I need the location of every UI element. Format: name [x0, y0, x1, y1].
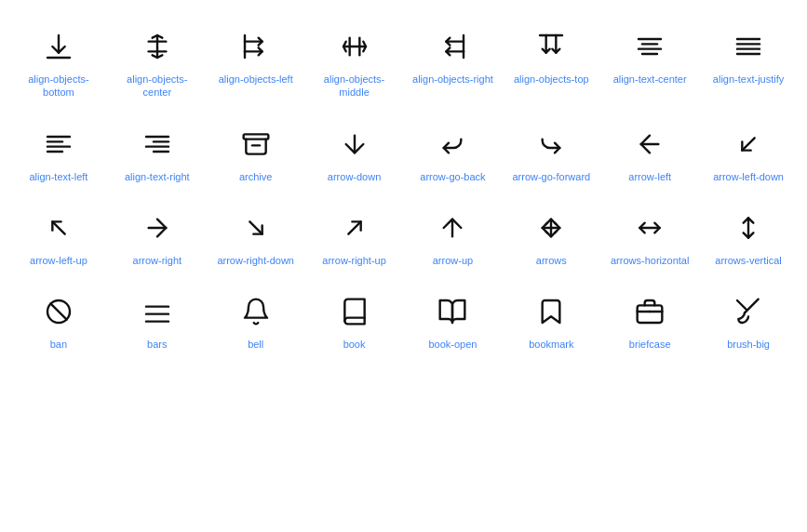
- book-open-icon: [437, 293, 467, 330]
- icon-cell-arrows-vertical[interactable]: arrows-vertical: [699, 200, 798, 274]
- bell-icon: [241, 293, 271, 330]
- svg-line-37: [742, 138, 754, 150]
- icon-cell-arrow-down[interactable]: arrow-down: [305, 116, 404, 191]
- arrow-right-down-icon: [241, 209, 271, 246]
- arrow-left-icon: [635, 126, 665, 163]
- arrow-right-icon: [142, 209, 172, 246]
- icon-cell-align-objects-right[interactable]: align-objects-right: [404, 19, 503, 107]
- icon-label-arrow-down: arrow-down: [328, 170, 381, 183]
- icon-label-book-open: book-open: [428, 338, 477, 351]
- icon-label-arrows-horizontal: arrows-horizontal: [611, 254, 689, 267]
- icon-label-align-text-justify: align-text-justify: [713, 73, 784, 86]
- icon-cell-align-text-center[interactable]: align-text-center: [600, 19, 699, 107]
- arrow-up-icon: [437, 209, 467, 246]
- arrows-icon: [536, 209, 566, 246]
- icon-label-align-text-center: align-text-center: [613, 73, 687, 86]
- icon-cell-arrows[interactable]: arrows: [502, 200, 600, 274]
- svg-line-38: [52, 221, 64, 233]
- icon-cell-book[interactable]: book: [305, 284, 404, 358]
- icon-label-align-objects-center: align-objects-center: [113, 73, 202, 100]
- icon-cell-arrow-left[interactable]: arrow-left: [600, 116, 699, 191]
- icon-label-arrow-right-up: arrow-right-up: [322, 254, 385, 267]
- icon-cell-align-objects-left[interactable]: align-objects-left: [207, 19, 305, 107]
- icon-label-arrow-go-forward: arrow-go-forward: [512, 170, 590, 183]
- align-text-center-icon: [635, 28, 665, 65]
- icon-label-align-objects-right: align-objects-right: [412, 73, 493, 86]
- align-objects-bottom-icon: [44, 28, 74, 65]
- icon-cell-arrows-horizontal[interactable]: arrows-horizontal: [600, 200, 699, 274]
- icon-label-align-objects-middle: align-objects-middle: [310, 73, 399, 100]
- icon-cell-arrow-go-forward[interactable]: arrow-go-forward: [502, 116, 600, 191]
- icon-label-align-text-right: align-text-right: [125, 170, 190, 183]
- icon-cell-arrow-up[interactable]: arrow-up: [404, 200, 503, 274]
- svg-line-41: [348, 221, 360, 233]
- icon-label-book: book: [343, 338, 366, 351]
- icon-cell-briefcase[interactable]: briefcase: [600, 284, 699, 358]
- arrows-vertical-icon: [733, 209, 763, 246]
- arrow-go-forward-icon: [536, 126, 566, 163]
- arrow-left-down-icon: [733, 126, 763, 163]
- icon-label-align-text-left: align-text-left: [29, 170, 87, 183]
- book-icon: [340, 293, 370, 330]
- icon-label-align-objects-bottom: align-objects-bottom: [14, 73, 103, 100]
- ban-icon: [44, 293, 74, 330]
- align-objects-top-icon: [536, 28, 566, 65]
- icon-cell-arrow-left-down[interactable]: arrow-left-down: [699, 116, 798, 191]
- archive-icon: [241, 126, 271, 163]
- align-objects-left-icon: [241, 28, 271, 65]
- icon-cell-book-open[interactable]: book-open: [404, 284, 503, 358]
- icon-cell-arrow-right-up[interactable]: arrow-right-up: [305, 200, 404, 274]
- svg-rect-52: [638, 306, 663, 324]
- arrow-go-back-icon: [437, 126, 467, 163]
- icon-cell-align-text-justify[interactable]: align-text-justify: [699, 19, 798, 107]
- arrows-horizontal-icon: [635, 209, 665, 246]
- bars-icon: [142, 293, 172, 330]
- svg-rect-33: [243, 134, 268, 139]
- icon-label-arrow-up: arrow-up: [433, 254, 473, 267]
- icon-cell-bell[interactable]: bell: [207, 284, 305, 358]
- icon-cell-bookmark[interactable]: bookmark: [502, 284, 600, 358]
- icon-label-brush-big: brush-big: [727, 338, 770, 351]
- icon-cell-archive[interactable]: archive: [207, 116, 305, 191]
- icon-label-bell: bell: [248, 338, 263, 351]
- align-objects-right-icon: [437, 28, 467, 65]
- icon-label-briefcase: briefcase: [629, 338, 671, 351]
- icon-cell-arrow-left-up[interactable]: arrow-left-up: [9, 200, 108, 274]
- icon-label-arrow-left: arrow-left: [628, 170, 671, 183]
- svg-line-48: [50, 304, 66, 320]
- icon-label-arrow-left-up: arrow-left-up: [30, 254, 87, 267]
- icon-grid: align-objects-bottom align-objects-cente…: [9, 19, 798, 358]
- icon-cell-align-text-right[interactable]: align-text-right: [108, 116, 207, 191]
- icon-cell-brush-big[interactable]: brush-big: [699, 284, 798, 358]
- arrow-left-up-icon: [44, 209, 74, 246]
- bookmark-icon: [536, 293, 566, 330]
- icon-label-arrow-right: arrow-right: [133, 254, 182, 267]
- icon-label-ban: ban: [50, 338, 67, 351]
- icon-label-align-objects-top: align-objects-top: [514, 73, 589, 86]
- icon-label-bars: bars: [147, 338, 167, 351]
- icon-cell-arrow-go-back[interactable]: arrow-go-back: [404, 116, 503, 191]
- align-text-left-icon: [44, 126, 74, 163]
- icon-label-arrow-go-back: arrow-go-back: [420, 170, 485, 183]
- icon-cell-align-objects-center[interactable]: align-objects-center: [108, 19, 207, 107]
- icon-cell-ban[interactable]: ban: [9, 284, 108, 358]
- icon-cell-align-text-left[interactable]: align-text-left: [9, 116, 108, 191]
- icon-cell-align-objects-middle[interactable]: align-objects-middle: [305, 19, 404, 107]
- icon-cell-align-objects-top[interactable]: align-objects-top: [502, 19, 600, 107]
- briefcase-icon: [635, 293, 665, 330]
- align-objects-center-icon: [142, 28, 172, 65]
- align-text-right-icon: [142, 126, 172, 163]
- icon-cell-arrow-right-down[interactable]: arrow-right-down: [207, 200, 305, 274]
- svg-line-40: [249, 221, 262, 233]
- icon-label-arrows: arrows: [536, 254, 567, 267]
- icon-label-archive: archive: [239, 170, 272, 183]
- icon-label-arrows-vertical: arrows-vertical: [715, 254, 782, 267]
- brush-big-icon: [733, 293, 763, 330]
- icon-cell-arrow-right[interactable]: arrow-right: [108, 200, 207, 274]
- icon-label-bookmark: bookmark: [529, 338, 573, 351]
- align-objects-middle-icon: [340, 28, 370, 65]
- icon-label-arrow-right-down: arrow-right-down: [217, 254, 294, 267]
- icon-cell-align-objects-bottom[interactable]: align-objects-bottom: [9, 19, 108, 107]
- arrow-down-icon: [340, 126, 370, 163]
- icon-cell-bars[interactable]: bars: [108, 284, 207, 358]
